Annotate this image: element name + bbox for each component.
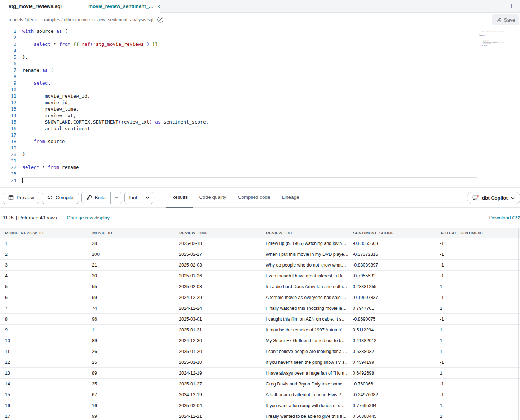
plus-icon: +	[509, 2, 514, 10]
table-cell: Why do people who do not know what…	[261, 263, 348, 268]
column-header: MOVIE_REVIEW_ID	[0, 228, 87, 238]
tab-label: Lineage	[282, 195, 299, 200]
code-line[interactable]: 5),	[0, 54, 520, 61]
table-cell: 0.77595294	[348, 403, 435, 408]
minimap-content: with source as ( select * from {{ ref('s…	[479, 30, 506, 51]
code-line[interactable]: 9 select	[0, 80, 520, 86]
code-line[interactable]: 8	[0, 73, 520, 80]
code-line[interactable]: 3 select * from {{ ref('stg_movie_review…	[0, 41, 520, 48]
download-csv-link[interactable]: Download CSV	[489, 215, 520, 220]
code-line[interactable]: 18 from source	[0, 138, 520, 145]
toolbar-divider	[161, 187, 161, 208]
table-cell: 2025-01-10	[174, 360, 261, 365]
table-cell: -1	[435, 295, 520, 300]
lint-dropdown-button[interactable]	[142, 192, 153, 204]
tab-compiled-code[interactable]: Compiled code	[232, 188, 276, 208]
line-number: 3	[0, 41, 16, 48]
build-label: Build	[95, 195, 106, 200]
table-row: 7742024-12-24Finally watched this shocki…	[0, 303, 520, 314]
copilot-badge-icon[interactable]	[157, 16, 164, 23]
table-cell: 1	[87, 327, 174, 332]
build-button[interactable]: Build	[82, 192, 110, 204]
preview-label: Preview	[17, 195, 34, 200]
line-number: 21	[0, 158, 16, 164]
dbt-copilot-button[interactable]: dbt Copilot	[467, 192, 520, 204]
code-line[interactable]: 13 review_time,	[0, 106, 520, 112]
tab-movie-review-sentiment[interactable]: movie_review_sentiment_… ×	[80, 0, 160, 13]
table-grid-icon	[8, 195, 14, 200]
column-header: ACTUAL_SENTIMENT	[435, 228, 520, 238]
table-cell: 5	[0, 284, 87, 289]
table-cell: 2024-12-29	[174, 295, 261, 300]
table-cell: 55	[87, 284, 174, 289]
code-line[interactable]: 4	[0, 48, 520, 54]
code-line[interactable]: 23	[0, 171, 520, 177]
table-cell: 2025-02-03	[174, 263, 261, 268]
new-tab-button[interactable]: +	[503, 0, 520, 12]
table-cell: 0.5112294	[348, 327, 435, 332]
code-line[interactable]: 16 actual_sentiment	[0, 125, 520, 132]
results-table: MOVIE_REVIEW_ID MOVIE_ID REVIEW_TIME REV…	[0, 228, 520, 420]
code-line[interactable]: 11 movie_review_id,	[0, 93, 520, 99]
tab-stg-movie-reviews[interactable]: stg_movie_reviews.sql	[0, 0, 80, 13]
table-cell: -1	[435, 392, 520, 397]
close-tab-icon[interactable]: ×	[157, 3, 160, 9]
table-cell: 2024-12-21	[174, 414, 261, 419]
tab-lineage[interactable]: Lineage	[276, 188, 305, 208]
line-number: 15	[0, 119, 16, 125]
table-row: 1282025-02-18I grew up (b. 1965) watchin…	[0, 238, 520, 249]
code-editor[interactable]: 1with source as (23 select * from {{ ref…	[0, 27, 520, 187]
action-bar: Preview Compile Build Lint	[0, 187, 520, 208]
code-line[interactable]: 10	[0, 86, 520, 93]
code-line[interactable]: 19	[0, 145, 520, 151]
table-cell: 15	[0, 392, 87, 397]
line-number: 4	[0, 48, 16, 54]
table-cell: 28	[87, 241, 174, 246]
code-line[interactable]: 21	[0, 158, 520, 164]
tab-code-quality[interactable]: Code quality	[193, 188, 232, 208]
change-row-display-link[interactable]: Change row display	[67, 215, 110, 220]
lint-button[interactable]: Lint	[125, 192, 142, 204]
preview-button[interactable]: Preview	[3, 192, 39, 204]
copilot-label: dbt Copilot	[482, 195, 508, 201]
lint-split-button: Lint	[124, 192, 154, 204]
code-line[interactable]: 17	[0, 132, 520, 138]
code-line[interactable]: 22select * from rename	[0, 164, 520, 171]
breadcrumb: models / demo_examples / other / movie_r…	[9, 17, 153, 22]
code-line[interactable]: 1with source as (	[0, 28, 520, 35]
line-number: 9	[0, 80, 16, 86]
code-line[interactable]: 20)	[0, 151, 520, 158]
code-line[interactable]: 7rename as (	[0, 67, 520, 73]
code-line[interactable]: 12 movie_id,	[0, 99, 520, 106]
table-cell: 2	[0, 252, 87, 257]
table-cell: -1	[435, 381, 520, 387]
code-line[interactable]: 2	[0, 35, 520, 41]
table-row: 21002025-02-27When I put this movie in m…	[0, 249, 520, 260]
compile-button[interactable]: Compile	[42, 192, 79, 204]
code-line[interactable]: 24	[0, 177, 520, 184]
table-cell: 0.5388032	[348, 349, 435, 354]
table-cell: I caught this film on AZN on cable. It s…	[261, 317, 348, 322]
breadcrumb-row: models / demo_examples / other / movie_r…	[0, 13, 520, 27]
code-line[interactable]: 6	[0, 61, 520, 67]
tab-label: Compiled code	[238, 195, 270, 200]
tab-results[interactable]: Results	[166, 188, 193, 208]
column-header: SENTIMENT_SCORE	[348, 228, 435, 238]
table-row: 11262025-01-20I can't believe people are…	[0, 346, 520, 357]
table-row: 15672024-12-19A half-hearted attempt to …	[0, 389, 520, 400]
minimap[interactable]: with source as ( select * from {{ ref('s…	[479, 30, 506, 51]
table-cell: 4	[0, 273, 87, 278]
code-line[interactable]: 14 review_txt,	[0, 112, 520, 119]
table-cell: 14	[0, 381, 87, 387]
table-cell: 0.41382012	[348, 338, 435, 343]
table-cell: 2024-12-24	[174, 306, 261, 311]
code-line[interactable]: 15 SNOWFLAKE.CORTEX.SENTIMENT(review_txt…	[0, 119, 520, 125]
save-button[interactable]: Save	[492, 14, 519, 25]
table-cell: 2025-02-18	[174, 241, 261, 246]
table-cell: 2025-01-31	[174, 327, 261, 332]
table-cell: 67	[87, 392, 174, 397]
table-row: 912025-01-31It may be the remake of 1987…	[0, 325, 520, 335]
build-split-button: Build	[81, 192, 122, 204]
table-cell: 16	[87, 403, 174, 408]
build-dropdown-button[interactable]	[110, 192, 122, 204]
